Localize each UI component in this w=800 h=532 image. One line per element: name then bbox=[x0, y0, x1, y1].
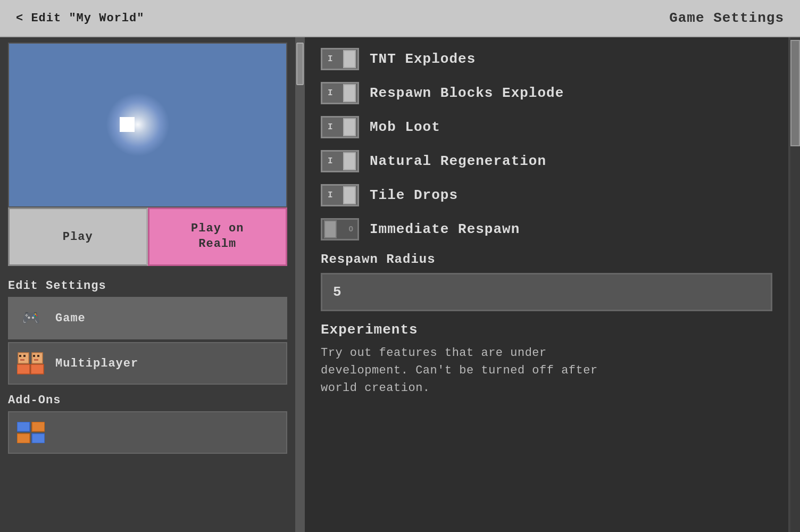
addon-item[interactable] bbox=[8, 411, 287, 454]
tnt-toggle[interactable] bbox=[321, 48, 359, 70]
svg-rect-3 bbox=[20, 359, 24, 361]
scroll-track bbox=[790, 37, 800, 532]
svg-rect-13 bbox=[32, 434, 45, 443]
left-scroll-thumb[interactable] bbox=[296, 43, 304, 85]
natural-regen-knob bbox=[343, 152, 356, 170]
mob-loot-knob bbox=[343, 118, 356, 136]
addon-icon bbox=[17, 419, 45, 446]
tnt-explodes-row: TNT Explodes bbox=[321, 48, 772, 70]
right-panel: TNT Explodes Respawn Blocks Explode Mob … bbox=[305, 37, 788, 532]
sun-block bbox=[120, 117, 135, 132]
tile-drops-row: Tile Drops bbox=[321, 184, 772, 206]
multiplayer-label: Multiplayer bbox=[55, 357, 138, 370]
respawn-radius-input[interactable]: 5 bbox=[321, 273, 772, 311]
action-buttons: Play Play onRealm bbox=[8, 207, 287, 266]
mob-loot-row: Mob Loot bbox=[321, 116, 772, 138]
sidebar-item-game[interactable]: 🎮 Game bbox=[8, 297, 287, 339]
header: < Edit "My World" Game Settings bbox=[0, 0, 800, 37]
respawn-radius-label: Respawn Radius bbox=[321, 252, 772, 267]
svg-rect-4 bbox=[17, 364, 30, 374]
right-scroll-thumb[interactable] bbox=[790, 40, 800, 146]
page-title: Game Settings bbox=[669, 10, 784, 26]
svg-rect-12 bbox=[17, 434, 30, 443]
mob-loot-toggle[interactable] bbox=[321, 116, 359, 138]
tile-drops-toggle[interactable] bbox=[321, 184, 359, 206]
svg-rect-9 bbox=[31, 364, 44, 374]
svg-rect-0 bbox=[18, 353, 29, 363]
immediate-respawn-label: Immediate Respawn bbox=[370, 221, 520, 237]
respawn-blocks-knob bbox=[343, 84, 356, 102]
natural-regen-toggle[interactable] bbox=[321, 150, 359, 172]
svg-rect-1 bbox=[19, 355, 21, 357]
sun-glow bbox=[106, 93, 170, 156]
sidebar-item-multiplayer[interactable]: Multiplayer bbox=[8, 342, 287, 385]
immediate-respawn-row: Immediate Respawn bbox=[321, 218, 772, 240]
tile-drops-knob bbox=[343, 186, 356, 204]
multiplayer-icon bbox=[17, 350, 45, 377]
controller-icon: 🎮 bbox=[17, 304, 45, 332]
world-preview bbox=[8, 43, 287, 207]
svg-rect-10 bbox=[17, 422, 30, 431]
tnt-label: TNT Explodes bbox=[370, 51, 476, 67]
tile-drops-label: Tile Drops bbox=[370, 187, 458, 203]
play-on-realm-button[interactable]: Play onRealm bbox=[148, 207, 288, 266]
svg-rect-5 bbox=[32, 353, 43, 363]
natural-regen-row: Natural Regeneration bbox=[321, 150, 772, 172]
immediate-respawn-toggle[interactable] bbox=[321, 218, 359, 240]
left-scrollbar[interactable] bbox=[295, 37, 305, 532]
tnt-toggle-knob bbox=[343, 50, 356, 68]
mob-loot-label: Mob Loot bbox=[370, 119, 440, 135]
play-button[interactable]: Play bbox=[8, 207, 148, 266]
immediate-respawn-knob bbox=[324, 220, 337, 238]
main-layout: Play Play onRealm Edit Settings 🎮 Game bbox=[0, 37, 800, 532]
right-scrollbar[interactable] bbox=[788, 37, 800, 532]
respawn-blocks-label: Respawn Blocks Explode bbox=[370, 85, 564, 101]
realm-button-label: Play onRealm bbox=[191, 221, 244, 252]
svg-rect-11 bbox=[32, 422, 45, 431]
svg-rect-8 bbox=[34, 359, 38, 361]
svg-rect-2 bbox=[23, 355, 26, 357]
natural-regen-label: Natural Regeneration bbox=[370, 153, 546, 169]
game-label: Game bbox=[55, 312, 86, 325]
addons-title: Add-Ons bbox=[8, 394, 287, 407]
experiments-description: Try out features that are under developm… bbox=[321, 344, 772, 397]
back-button[interactable]: < Edit "My World" bbox=[16, 12, 144, 25]
left-panel: Play Play onRealm Edit Settings 🎮 Game bbox=[0, 37, 295, 532]
edit-settings-title: Edit Settings bbox=[8, 279, 287, 293]
respawn-blocks-toggle[interactable] bbox=[321, 82, 359, 104]
respawn-blocks-row: Respawn Blocks Explode bbox=[321, 82, 772, 104]
experiments-title: Experiments bbox=[321, 322, 772, 338]
svg-rect-6 bbox=[33, 355, 35, 357]
svg-rect-7 bbox=[37, 355, 39, 357]
